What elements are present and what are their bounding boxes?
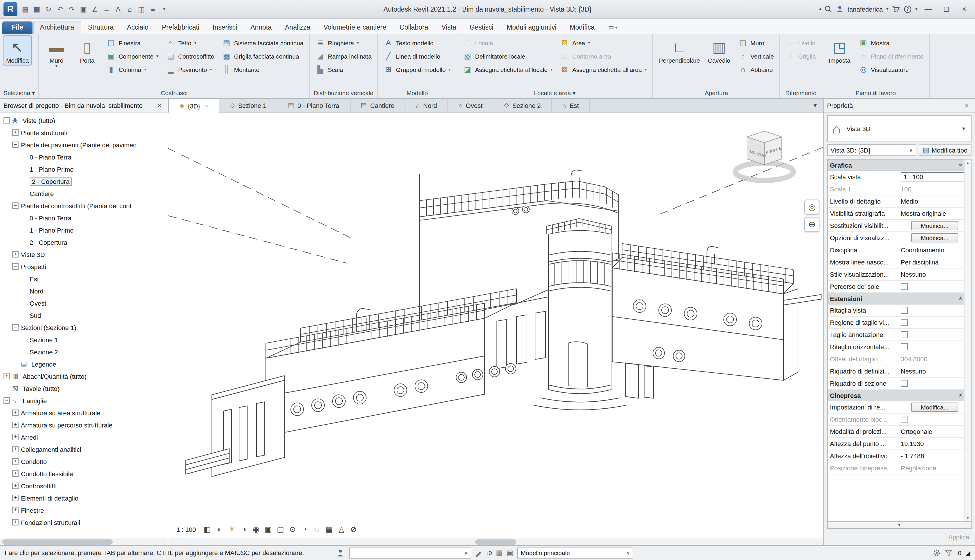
browser-item-sud[interactable]: Sud [1, 309, 168, 321]
property-value[interactable]: Modifica... [898, 402, 971, 413]
constraints-icon[interactable]: ⊘ [347, 523, 359, 535]
browser-item-arredi[interactable]: +Arredi [1, 431, 168, 443]
ribbon-tab-analizza[interactable]: Analizza [279, 22, 317, 33]
ribbon-tab-prefabbricati[interactable]: Prefabbricati [155, 22, 206, 33]
property-value[interactable]: 304.8000 [898, 353, 971, 365]
browser-item-abachi-quantit-tutto[interactable]: +▦Abachi/Quantità (tutto) [1, 370, 168, 382]
checkbox[interactable] [901, 380, 908, 387]
sistema-facciata-continua-button[interactable]: ▦Sistema facciata continua [219, 36, 306, 49]
qat-text-icon[interactable]: A [113, 3, 124, 15]
mostra-button[interactable]: ▣Mostra [856, 36, 926, 49]
qat-print-icon[interactable]: ▣ [78, 3, 89, 15]
assegna-etichetta-all-area-button[interactable]: ⊠Assegna etichetta all'area▾ [557, 63, 650, 76]
colonna-button[interactable]: ▮Colonna▾ [104, 63, 161, 76]
browser-item-fondazioni-strutturali[interactable]: +Fondazioni strutturali [1, 516, 168, 528]
browser-item-piante-strutturali[interactable]: +Piante strutturali [1, 127, 168, 138]
apply-button[interactable]: Applica [948, 533, 969, 540]
property-section-cinepresa[interactable]: Cinepresa» [828, 390, 971, 402]
ribbon-tab-modifica[interactable]: Modifica [563, 22, 601, 33]
lock-icon[interactable]: ⊙ [286, 523, 299, 535]
tree-expander[interactable]: + [12, 422, 18, 428]
property-grid-scroll-strip[interactable]: ▾ [827, 522, 972, 529]
user-menu-arrow-icon[interactable]: ▾ [886, 7, 888, 12]
view-tab-cantiere[interactable]: ▤Cantiere [350, 98, 406, 112]
browser-item-condotto-flessibile[interactable]: +Condotto flessibile [1, 467, 168, 480]
close-browser-icon[interactable]: × [155, 101, 164, 109]
isolate-icon[interactable]: ◔ [299, 523, 311, 535]
property-value[interactable]: Medio [898, 195, 971, 207]
browser-item-1-piano-primo[interactable]: 1 - Piano Primo [1, 163, 168, 175]
panel-label-distribuzione-verticale[interactable]: Distribuzione verticale [310, 88, 377, 98]
canvas-horizontal-scrollbar[interactable] [168, 537, 823, 545]
instance-selector[interactable]: Vista 3D: {3D} ∨ [827, 144, 917, 156]
section-collapse-icon[interactable]: » [957, 297, 963, 300]
tree-expander[interactable]: − [12, 202, 18, 209]
tree-expander[interactable]: − [3, 117, 10, 123]
browser-item-armatura-su-area-strutturale[interactable]: +Armatura su area strutturale [1, 407, 168, 419]
tree-expander[interactable]: + [12, 446, 18, 452]
assegna-etichetta-al-locale-button[interactable]: ◪Assegna etichetta al locale▾ [460, 63, 555, 76]
qat-dimension-icon[interactable]: ↔ [101, 3, 112, 15]
panel-label-modello[interactable]: Modello [378, 88, 456, 98]
browser-item-sezione-1[interactable]: Sezione 1 [1, 333, 168, 346]
qat-customize-arrow-icon[interactable]: ▾ [161, 7, 168, 12]
delimitatore-locale-button[interactable]: ▧Delimitatore locale [460, 49, 555, 63]
scala-button[interactable]: ▙Scala [313, 63, 375, 76]
browser-item-ovest[interactable]: Ovest [1, 297, 168, 309]
qat-section-icon[interactable]: ◫ [136, 3, 147, 15]
panel-label-locale-e-area[interactable]: Locale e area ▾ [457, 88, 653, 98]
browser-item-est[interactable]: Est [1, 273, 168, 285]
tetto-button[interactable]: ⌂Tetto▾ [163, 36, 217, 49]
checkbox[interactable] [901, 343, 908, 350]
tree-expander[interactable]: − [3, 397, 10, 404]
verticale-button[interactable]: ↕Verticale [735, 49, 777, 63]
checkbox[interactable] [901, 283, 908, 290]
property-value[interactable] [898, 341, 971, 353]
browser-item-1-piano-primo[interactable]: 1 - Piano Primo [1, 224, 168, 236]
reveal-icon[interactable]: ◌ [311, 523, 323, 535]
project-browser-header[interactable]: Browser di progetto - Bim da nuvola_stab… [0, 98, 168, 113]
view-tab-sezione-1[interactable]: ◇Sezione 1 [219, 98, 277, 112]
3d-canvas[interactable]: SINISTRA FRONTE ◎ ⊕ 1 : 100 ◧◐☀◑◉▣▢⊙◔◌▤△… [168, 113, 823, 545]
property-value[interactable] [898, 317, 971, 328]
section-collapse-icon[interactable]: » [957, 393, 963, 397]
property-value[interactable]: 1 : 100 [898, 171, 971, 183]
ribbon-tab-acciaio[interactable]: Acciaio [120, 22, 155, 33]
qat-home3d-icon[interactable]: ⌂ [124, 3, 135, 15]
properties-header[interactable]: Proprietà × [823, 98, 975, 113]
qat-measure-icon[interactable]: ∠ [89, 3, 100, 15]
perpendicolare-button[interactable]: ∟Perpendicolare [656, 35, 703, 65]
detail-level-icon[interactable]: ◧ [201, 523, 213, 535]
checkbox[interactable] [901, 307, 908, 314]
ribbon-display-toggle[interactable]: ▭▾ [605, 24, 621, 33]
ribbon-tab-volumetrie-e-cantiere[interactable]: Volumetrie e cantiere [317, 22, 392, 33]
property-value[interactable]: 100 [898, 183, 971, 195]
browser-item-nord[interactable]: Nord [1, 285, 168, 297]
panel-label-riferimento[interactable]: Riferimento [780, 88, 822, 98]
editable-only-icon[interactable] [475, 549, 483, 557]
browser-item-finestre[interactable]: +Finestre [1, 504, 168, 516]
scrollbar-thumb[interactable] [475, 539, 516, 544]
tree-expander[interactable]: − [12, 142, 18, 148]
qat-open-icon[interactable]: ▤ [20, 3, 31, 15]
browser-item-0-piano-terra[interactable]: 0 - Piano Terra [1, 151, 168, 163]
linea-di-modello-button[interactable]: ╱Linea di modello [381, 49, 454, 63]
imposta-button[interactable]: ◳Imposta [825, 35, 854, 65]
close-button[interactable]: × [957, 3, 972, 15]
viewcube[interactable]: SINISTRA FRONTE [728, 122, 803, 187]
section-collapse-icon[interactable]: » [957, 163, 963, 167]
property-value[interactable] [898, 413, 971, 425]
tree-expander[interactable]: + [12, 495, 18, 501]
rampa-inclinata-button[interactable]: ◢Rampa inclinata [313, 49, 375, 63]
area-button[interactable]: ⊠Area▾ [557, 36, 650, 49]
crop-visible-icon[interactable]: ▢ [274, 523, 286, 535]
browser-item-piante-dei-controsoffitti-pianta-dei-cont[interactable]: −Piante dei controsoffitti (Pianta dei c… [1, 200, 168, 212]
view-tab-nord[interactable]: ⌂Nord [406, 98, 448, 112]
property-value[interactable] [898, 305, 971, 316]
browser-item-tavole-tutto[interactable]: ▧Tavole (tutto) [1, 382, 168, 394]
tree-expander[interactable]: + [12, 129, 18, 136]
tree-expander[interactable]: + [12, 458, 18, 465]
qat-undo-icon[interactable]: ↶ [55, 3, 65, 15]
scrollbar-thumb[interactable] [2, 539, 113, 544]
revit-logo[interactable]: R [3, 2, 17, 16]
